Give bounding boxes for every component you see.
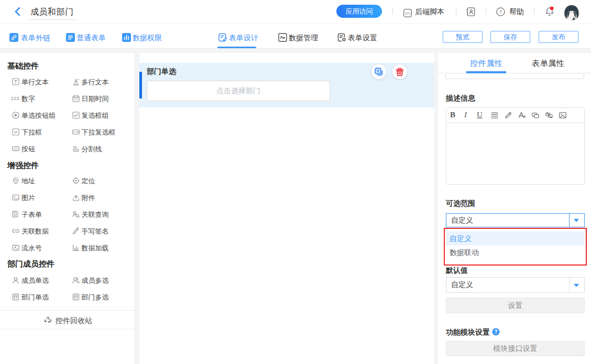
svg-text:?: ?	[494, 329, 497, 335]
svg-text:?: ?	[499, 9, 502, 15]
svg-text:</>: </>	[405, 12, 410, 15]
svg-text:BTN: BTN	[14, 148, 18, 150]
